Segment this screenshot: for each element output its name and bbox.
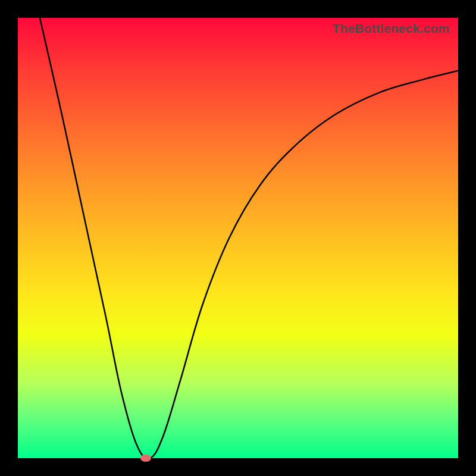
bottleneck-curve-path (40, 18, 458, 458)
curve-svg (18, 18, 458, 458)
plot-area: TheBottleneck.com (18, 18, 458, 458)
chart-container: TheBottleneck.com (0, 0, 476, 476)
